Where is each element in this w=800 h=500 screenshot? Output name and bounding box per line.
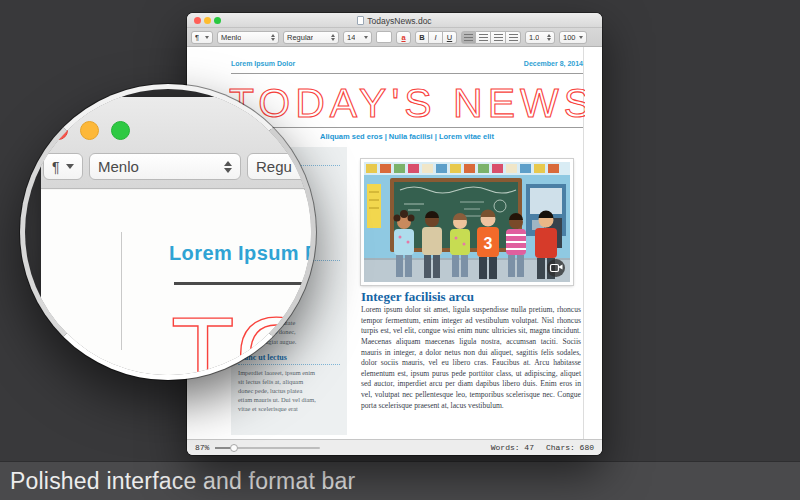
bold-italic-underline-group: B I U [415, 31, 457, 44]
paragraph-style-dropdown: ¶ [43, 153, 83, 180]
zoom-percent: 87% [195, 443, 209, 452]
line-spacing-stepper[interactable]: 1.0 [525, 31, 555, 44]
caption-text: Polished interface and format bar [0, 468, 355, 495]
masthead-rule [231, 73, 583, 74]
font-family-value: Menlo [98, 158, 139, 175]
stepper-chevrons-icon [224, 161, 232, 173]
margin-guide-line [121, 232, 122, 350]
zoom-slider[interactable] [215, 447, 320, 449]
article-body: Lorem ipsum dolor sit amet, ligula suspe… [361, 305, 581, 411]
stepper-chevrons-icon [331, 34, 335, 41]
newsletter-title: TODAY'S NEWS [229, 76, 585, 126]
align-left-icon [464, 34, 473, 41]
stepper-chevrons-icon [271, 34, 275, 41]
masthead-publisher: Lorem Ipsum Dolor [231, 60, 295, 67]
chevron-down-icon [364, 36, 368, 39]
headline-rule [231, 127, 583, 128]
document-icon [357, 16, 364, 25]
font-color-button[interactable]: a [396, 31, 411, 44]
scale-value: 100 [563, 33, 576, 42]
zoom-slider-knob[interactable] [230, 444, 238, 452]
paragraph-style-dropdown[interactable]: ¶ [191, 31, 213, 44]
bold-label: B [419, 33, 424, 42]
sidebar-line: etiam mauris ut. Dui vel diam, [238, 396, 316, 403]
zoom-button [111, 121, 130, 140]
window-title-group: TodaysNews.doc [187, 13, 602, 28]
minimize-button [80, 121, 99, 140]
sidebar-text: Imperdiet laoreet, ipsum enimsit lectus … [238, 368, 340, 413]
stepper-chevrons-icon [547, 34, 551, 41]
paragraph-mark-icon: ¶ [52, 159, 60, 175]
paragraph-mark-icon: ¶ [195, 33, 199, 42]
line-spacing-value: 1.0 [529, 33, 539, 42]
italic-button[interactable]: I [429, 31, 443, 44]
masthead: Lorem Ipsum Dolor December 8, 2014 [231, 60, 583, 67]
document-counts: Words: 47 Chars: 680 [491, 443, 594, 452]
sidebar-line: sit lectus felis at, aliquam [238, 378, 303, 385]
caption-bar: Polished interface and format bar [0, 461, 800, 500]
classroom-photo: 3 [361, 159, 573, 285]
word-count: Words: 47 [491, 443, 534, 452]
font-style-value: Regular [287, 33, 313, 42]
align-right-icon [494, 34, 503, 41]
font-style-popup[interactable]: Regular [283, 31, 339, 44]
char-count: Chars: 680 [546, 443, 594, 452]
align-justify-segment[interactable] [506, 31, 521, 44]
article-heading: Integer facilisis arcu [361, 289, 474, 305]
scale-dropdown[interactable]: 100 [559, 31, 587, 44]
masthead-date: December 8, 2014 [524, 60, 583, 67]
status-bar: 87% Words: 47 Chars: 680 [187, 439, 602, 455]
font-family-popup[interactable]: Menlo [217, 31, 279, 44]
font-family-popup: Menlo [89, 153, 241, 180]
magnified-publisher-text: Lorem Ipsum Dolo [169, 242, 316, 265]
align-left-segment[interactable] [461, 31, 476, 44]
close-button [49, 121, 68, 140]
font-size-value: 14 [347, 33, 355, 42]
classroom-photo-art: 3 [364, 162, 570, 282]
underline-label: U [447, 33, 452, 42]
italic-label: I [434, 33, 436, 42]
svg-text:3: 3 [484, 235, 493, 252]
media-badge-icon [547, 259, 565, 277]
newsletter-title-text: TODAY'S NEWS [229, 80, 585, 126]
sidebar-line: vitae et scelerisque erat [238, 405, 298, 412]
underline-button[interactable]: U [443, 31, 457, 44]
sidebar-heading: Nunc ut lectus [238, 353, 340, 365]
font-size-combo[interactable]: 14 [343, 31, 372, 44]
align-justify-icon [509, 34, 518, 41]
window-title: TodaysNews.doc [367, 16, 431, 26]
font-style-value: Regu [256, 158, 292, 175]
text-color-well[interactable] [376, 31, 392, 43]
align-right-segment[interactable] [491, 31, 506, 44]
chevron-down-icon [205, 36, 209, 39]
title-bar: TodaysNews.doc [187, 13, 602, 28]
font-family-value: Menlo [221, 33, 241, 42]
screenshot-stage: TodaysNews.doc ¶ Menlo Regular 14 a [0, 0, 800, 500]
magnified-rule [174, 282, 316, 285]
align-center-segment[interactable] [476, 31, 491, 44]
chevron-down-icon [579, 36, 583, 39]
magnifier-loupe: ¶ Menlo Regu Lorem Ipsum Dolo TOD [20, 84, 316, 380]
sidebar-line: Imperdiet laoreet, ipsum enim [238, 369, 315, 376]
format-bar: ¶ Menlo Regular 14 a B I U [187, 28, 602, 47]
article-column: 3 [361, 147, 583, 435]
page-gutter [583, 47, 602, 439]
align-center-icon [479, 34, 488, 41]
alignment-segmented-control [461, 31, 521, 44]
chevron-down-icon [66, 164, 74, 169]
bold-button[interactable]: B [415, 31, 429, 44]
sidebar-line: donec pede, luctus platea [238, 387, 302, 394]
